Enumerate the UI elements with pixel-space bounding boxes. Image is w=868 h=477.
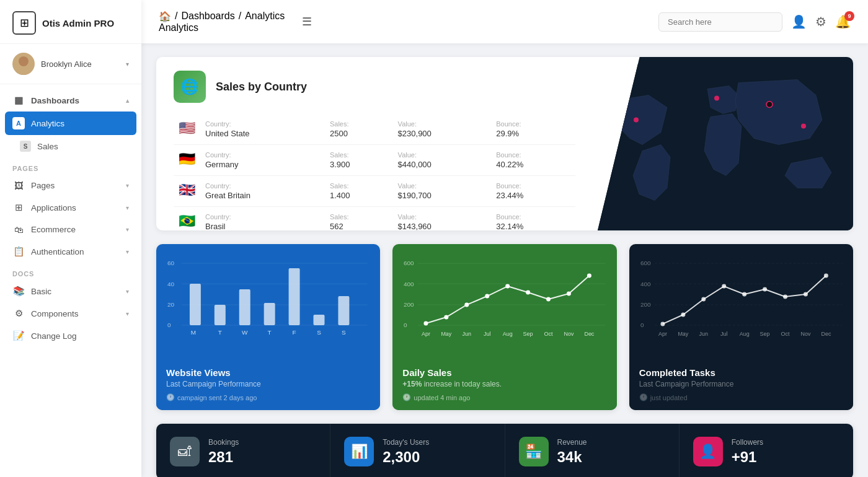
svg-point-3 (634, 118, 639, 123)
completed-tasks-meta: 🕐 just updated (639, 393, 843, 401)
completed-tasks-subtitle: Last Campaign Performance (639, 380, 843, 388)
clock-icon-3: 🕐 (639, 393, 648, 401)
svg-text:S: S (317, 329, 321, 336)
notifications-icon[interactable]: 🔔 9 (835, 14, 851, 29)
avatar (12, 53, 35, 75)
svg-point-41 (505, 284, 510, 289)
daily-sales-info: Daily Sales +15% increase in today sales… (392, 359, 616, 410)
sidebar-item-applications[interactable]: ⊞ Applications ▾ (0, 196, 141, 219)
svg-text:T: T (268, 329, 272, 336)
website-views-info: Website Views Last Campaign Performance … (156, 359, 380, 410)
bounce-cell: Bounce: 32.14% (491, 207, 575, 231)
website-views-meta: 🕐 campaign sent 2 days ago (166, 393, 370, 401)
svg-text:W: W (242, 329, 248, 336)
clock-icon: 🕐 (166, 393, 175, 401)
sidebar-item-components[interactable]: ⚙ Components ▾ (0, 302, 141, 325)
svg-text:20: 20 (167, 301, 175, 308)
sales-globe-icon: 🌐 (174, 71, 206, 103)
sidebar-item-sales[interactable]: S Sales (0, 135, 141, 157)
user-chevron-icon: ▾ (126, 61, 129, 68)
basic-label: Basic (31, 287, 120, 296)
country-name-cell: Country: Brasil (200, 207, 325, 231)
daily-sales-card: 600 400 200 0 (392, 244, 616, 410)
svg-text:Aug: Aug (503, 331, 513, 337)
sales-cell: Sales: 2500 (325, 114, 393, 145)
revenue-stat: 🏪 Revenue 34k (505, 424, 680, 477)
svg-point-42 (526, 291, 530, 295)
revenue-icon: 🏪 (519, 437, 549, 466)
svg-text:Dec: Dec (821, 331, 831, 337)
dashboards-icon: ▦ (12, 95, 25, 106)
settings-icon[interactable]: ⚙ (815, 14, 826, 29)
daily-sales-subtitle: +15% increase in today sales. (402, 380, 606, 388)
value-cell: Value: $440,000 (393, 145, 492, 176)
revenue-value: 34k (557, 449, 587, 466)
svg-text:0: 0 (404, 322, 407, 328)
svg-rect-17 (239, 289, 250, 325)
svg-text:Oct: Oct (781, 331, 789, 337)
search-input[interactable] (658, 12, 782, 32)
svg-point-64 (681, 312, 685, 317)
breadcrumb-sep2: / (239, 11, 241, 22)
sidebar-item-authentication[interactable]: 📋 Authentication ▾ (0, 240, 141, 263)
sidebar-item-dashboards[interactable]: ▦ Dashboards ▴ (0, 89, 141, 112)
auth-icon: 📋 (12, 246, 25, 257)
app-title: Otis Admin PRO (42, 18, 114, 28)
svg-point-66 (722, 284, 726, 289)
sales-cell: Sales: 1.400 (325, 176, 393, 207)
sidebar-item-changelog[interactable]: 📝 Change Log (0, 325, 141, 347)
svg-rect-16 (215, 305, 226, 325)
bounce-cell: Bounce: 29.9% (491, 114, 575, 145)
dashboards-chevron: ▴ (126, 97, 129, 104)
svg-text:200: 200 (640, 301, 651, 308)
components-chevron: ▾ (126, 310, 129, 317)
sidebar-username: Brooklyn Alice (41, 59, 92, 69)
svg-text:Dec: Dec (585, 331, 595, 337)
breadcrumb: 🏠 / Dashboards / Analytics Analytics (159, 11, 285, 33)
sidebar-item-pages[interactable]: 🖼 Pages ▾ (0, 175, 141, 196)
topbar: 🏠 / Dashboards / Analytics Analytics ☰ 👤… (141, 0, 868, 43)
sales-icon: S (20, 141, 31, 152)
breadcrumb-current: Analytics (245, 11, 285, 22)
svg-point-71 (824, 274, 828, 278)
bookings-value: 281 (208, 449, 239, 466)
page-title: Analytics (159, 22, 285, 33)
svg-text:Jul: Jul (720, 331, 727, 337)
menu-icon[interactable]: ☰ (302, 15, 312, 28)
svg-text:0: 0 (640, 322, 644, 328)
bookings-label: Bookings (208, 438, 239, 447)
completed-tasks-info: Completed Tasks Last Campaign Performanc… (629, 359, 853, 410)
country-name-cell: Country: United State (200, 114, 325, 145)
sales-label: Sales (37, 142, 129, 151)
value-cell: Value: $190,700 (393, 176, 492, 207)
sidebar-item-basic[interactable]: 📚 Basic ▾ (0, 280, 141, 302)
svg-text:Jul: Jul (484, 331, 490, 337)
user-profile-icon[interactable]: 👤 (791, 14, 807, 29)
docs-section-label: DOCS (0, 263, 141, 280)
bookings-text: Bookings 281 (208, 438, 239, 466)
today-users-stat: 📊 Today's Users 2,300 (330, 424, 505, 477)
basic-icon: 📚 (12, 286, 25, 297)
svg-point-39 (465, 303, 469, 307)
logo-icon: ⊞ (12, 11, 36, 35)
changelog-icon: 📝 (12, 330, 25, 341)
breadcrumb-dashboards: Dashboards (181, 11, 234, 22)
svg-text:Apr: Apr (422, 331, 430, 337)
daily-sales-chart: 600 400 200 0 (392, 244, 616, 359)
ecommerce-label: Ecommerce (31, 225, 120, 234)
website-views-title: Website Views (166, 367, 370, 378)
today-users-value: 2,300 (383, 449, 429, 466)
svg-text:60: 60 (167, 260, 175, 266)
sales-card-title: Sales by Country (216, 81, 307, 94)
svg-rect-19 (289, 268, 300, 325)
today-users-icon: 📊 (344, 437, 374, 466)
svg-text:0: 0 (167, 322, 171, 328)
sidebar-user[interactable]: Brooklyn Alice ▾ (0, 44, 141, 84)
bounce-cell: Bounce: 23.44% (491, 176, 575, 207)
svg-text:Sep: Sep (760, 331, 769, 337)
sidebar-item-ecommerce[interactable]: 🛍 Ecommerce ▾ (0, 219, 141, 240)
bookings-icon: 🛋 (170, 437, 200, 466)
sidebar-item-analytics[interactable]: A Analytics (5, 112, 136, 135)
svg-text:400: 400 (404, 281, 414, 287)
table-row: 🇧🇷 Country: Brasil Sales: 562 Value: $14… (174, 207, 575, 231)
